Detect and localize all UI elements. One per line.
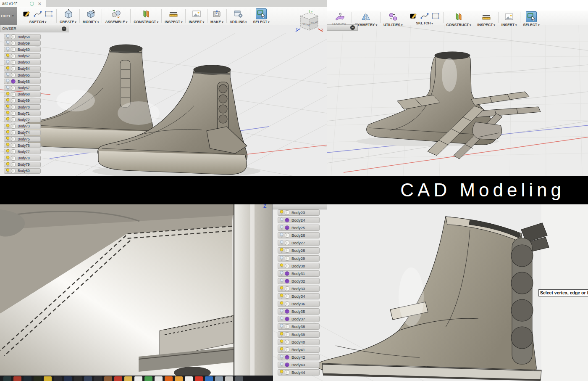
browser-body-row[interactable]: Body32 xyxy=(278,278,320,284)
insert-image-icon[interactable] xyxy=(504,11,514,22)
visibility-bulb-icon[interactable] xyxy=(280,309,284,314)
spline-icon[interactable] xyxy=(420,11,429,21)
make-printer-icon[interactable] xyxy=(211,8,222,19)
browser-body-row[interactable]: Body42 xyxy=(278,354,320,360)
visibility-bulb-icon[interactable] xyxy=(6,40,10,46)
spline-icon[interactable] xyxy=(33,9,42,19)
visibility-bulb-icon[interactable] xyxy=(280,286,284,291)
browser-body-row[interactable]: Body68 xyxy=(4,92,41,97)
view-cube[interactable]: Y Z X FRONT RIGHT xyxy=(295,9,325,36)
visibility-bulb-icon[interactable] xyxy=(6,47,10,52)
toolbar-group-construct[interactable]: CONSTRUCT▾ xyxy=(444,11,474,25)
visibility-bulb-icon[interactable] xyxy=(280,316,284,322)
dock-app-icon[interactable] xyxy=(84,376,92,381)
dock-app-icon[interactable] xyxy=(34,376,42,381)
browser-body-row[interactable]: Body38 xyxy=(278,323,320,330)
dock-app-icon[interactable] xyxy=(175,376,183,381)
browser-body-row[interactable]: Body30 xyxy=(278,263,320,269)
visibility-bulb-icon[interactable] xyxy=(6,53,10,59)
collapse-panel-icon[interactable]: – xyxy=(350,25,355,30)
browser-body-row[interactable]: Body67 xyxy=(4,85,41,91)
browser-body-row[interactable]: Body24 xyxy=(278,217,320,223)
visibility-bulb-icon[interactable] xyxy=(6,168,10,174)
dock-app-icon[interactable] xyxy=(3,376,11,381)
viewport-closeup-stitches[interactable]: Z ▾▾▾▾▾ – xyxy=(0,204,272,376)
construct-planes-icon[interactable] xyxy=(141,8,152,19)
browser-panel-header[interactable]: OWSER – xyxy=(0,25,69,32)
browser-body-row[interactable]: Body36 xyxy=(278,301,320,307)
visibility-bulb-icon[interactable] xyxy=(280,301,284,307)
visibility-bulb-icon[interactable] xyxy=(6,85,10,91)
viewport-finned-last[interactable] xyxy=(327,24,588,176)
dock-app-icon[interactable] xyxy=(124,376,132,381)
select-cursor-icon[interactable] xyxy=(526,11,537,22)
toolbar-group-addins[interactable]: ADD-INS▾ xyxy=(227,7,250,25)
visibility-bulb-icon[interactable] xyxy=(280,332,284,337)
browser-body-row[interactable]: Body76 xyxy=(4,143,41,148)
browser-body-row[interactable]: Body66 xyxy=(4,79,41,84)
toolbar-group-create[interactable]: CREATE▾ xyxy=(57,7,79,25)
construct-planes-icon[interactable] xyxy=(453,11,464,22)
browser-body-row[interactable]: Body40 xyxy=(278,339,320,345)
browser-body-row[interactable]: Body72 xyxy=(4,117,41,122)
browser-body-row[interactable]: Body75 xyxy=(4,136,41,142)
visibility-bulb-icon[interactable] xyxy=(280,217,284,223)
visibility-bulb-icon[interactable] xyxy=(6,124,10,129)
close-tab-icon[interactable]: ✕ xyxy=(38,0,42,8)
dock-app-icon[interactable] xyxy=(94,376,102,381)
dock-app-icon[interactable] xyxy=(165,376,173,381)
toolbar-group-select[interactable]: SELECT▾ xyxy=(250,7,273,25)
browser-body-row[interactable]: Body77 xyxy=(4,149,41,154)
toolbar-group-symmetry[interactable]: SYMMETRY▾ xyxy=(352,11,380,25)
visibility-bulb-icon[interactable] xyxy=(280,278,284,284)
visibility-bulb-icon[interactable] xyxy=(6,143,10,148)
browser-body-row[interactable]: Body39 xyxy=(278,331,320,338)
toolbar-group-inspect[interactable]: INSPECT▾ xyxy=(474,11,498,25)
browser-body-row[interactable]: Body64 xyxy=(4,66,41,71)
dock-app-icon[interactable] xyxy=(155,376,163,381)
visibility-bulb-icon[interactable] xyxy=(6,98,10,103)
visibility-bulb-icon[interactable] xyxy=(280,355,284,360)
visibility-bulb-icon[interactable] xyxy=(280,370,284,375)
addins-gear-icon[interactable] xyxy=(233,8,244,19)
visibility-bulb-icon[interactable] xyxy=(6,136,10,142)
visibility-bulb-icon[interactable] xyxy=(280,347,284,352)
rectangle-icon[interactable] xyxy=(44,9,53,19)
toolbar-group-inspect[interactable]: INSPECT▾ xyxy=(162,7,185,25)
toolbar-group-sketch[interactable]: SKETCH▾ xyxy=(19,7,56,25)
visibility-bulb-icon[interactable] xyxy=(6,149,10,154)
toolbar-group-assemble[interactable]: ASSEMBLE▾ xyxy=(102,7,130,25)
toolbar-group-make[interactable]: MAKE▾ xyxy=(207,7,226,25)
visibility-bulb-icon[interactable] xyxy=(6,104,10,110)
visibility-bulb-icon[interactable] xyxy=(6,156,10,161)
browser-body-row[interactable]: Body31 xyxy=(278,270,320,277)
browser-body-row[interactable]: Body63 xyxy=(4,60,41,65)
dock-app-icon[interactable] xyxy=(24,376,32,381)
visibility-bulb-icon[interactable] xyxy=(6,66,10,71)
visibility-bulb-icon[interactable] xyxy=(280,225,284,230)
dock-app-icon[interactable] xyxy=(195,376,203,381)
document-tab[interactable]: ast v14* ✕ xyxy=(0,0,46,7)
dock-app-icon[interactable] xyxy=(235,376,243,381)
sketch-icon[interactable] xyxy=(409,11,418,21)
inspect-ruler-icon[interactable] xyxy=(481,11,492,22)
toolbar-group-insert[interactable]: INSERT▾ xyxy=(499,11,520,25)
assemble-icon[interactable] xyxy=(111,8,122,19)
select-cursor-icon[interactable] xyxy=(256,8,267,19)
browser-body-row[interactable]: Body27 xyxy=(278,240,320,246)
rectangle-icon[interactable] xyxy=(431,11,440,21)
dock-app-icon[interactable] xyxy=(225,376,233,381)
browser-body-row[interactable]: Body29 xyxy=(278,255,320,262)
create-box-icon[interactable] xyxy=(63,8,74,19)
browser-body-row[interactable]: Body73 xyxy=(4,124,41,129)
browser-body-row[interactable]: Body34 xyxy=(278,293,320,299)
dock-app-icon[interactable] xyxy=(13,376,21,381)
toolbar-group-modify[interactable]: MODIFY▾ xyxy=(80,7,102,25)
utilities-icon[interactable] xyxy=(388,11,399,22)
insert-image-icon[interactable] xyxy=(191,8,202,19)
browser-body-row[interactable]: Body59 xyxy=(4,40,41,46)
browser-body-row[interactable]: Body26 xyxy=(278,232,320,238)
visibility-bulb-icon[interactable] xyxy=(6,34,10,40)
visibility-bulb-icon[interactable] xyxy=(280,240,284,246)
browser-body-row[interactable]: Body65 xyxy=(4,72,41,78)
